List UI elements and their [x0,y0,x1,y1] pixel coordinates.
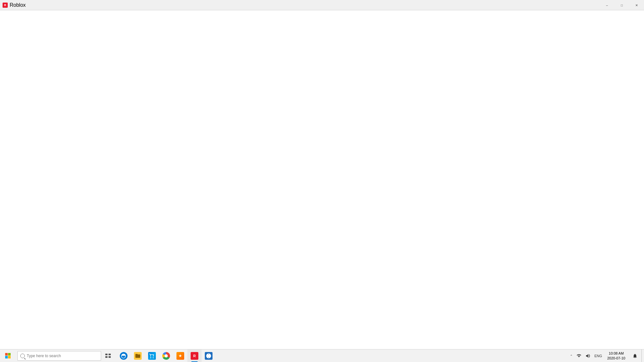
edge-app-button[interactable] [117,349,131,362]
system-tray [574,349,592,362]
store-button[interactable] [145,349,159,362]
clock[interactable]: 10:08 AM 2020-07-10 [604,349,629,362]
svg-rect-3 [8,356,11,358]
main-content [0,10,644,349]
show-hidden-icons-button[interactable]: ⌃ [568,349,574,362]
network-icon[interactable] [574,349,583,362]
chrome-icon [162,352,170,360]
restore-button[interactable]: □ [614,0,629,10]
windows-logo-icon [5,353,11,359]
title-bar: R Roblox – □ ✕ [0,0,644,10]
store-icon [148,352,156,360]
star-app-button[interactable]: ★ [173,349,187,362]
time-display: 10:08 AM [609,351,624,356]
taskbar-right: ⌃ ENG 10:08 AM 2020-07-10 [568,349,644,362]
svg-rect-0 [5,353,8,356]
file-manager-button[interactable] [131,349,145,362]
start-button[interactable] [0,349,16,362]
window-title: Roblox [10,2,26,8]
titlebar-controls: – □ ✕ [600,0,644,10]
action-center-button[interactable] [629,349,641,362]
svg-rect-1 [8,353,11,356]
blue-app-button[interactable] [202,349,216,362]
show-desktop-button[interactable] [641,349,644,362]
star-icon: ★ [176,352,184,360]
close-button[interactable]: ✕ [629,0,644,10]
file-manager-icon [134,352,142,360]
chrome-button[interactable] [159,349,173,362]
task-view-icon [105,354,111,358]
search-icon [20,354,25,358]
search-bar[interactable] [17,351,101,361]
roblox-button[interactable]: R [187,349,202,362]
pinned-apps: ★ R [117,349,216,362]
date-display: 2020-07-10 [607,356,625,361]
search-input[interactable] [27,354,98,358]
language-indicator[interactable]: ENG [592,349,604,362]
taskbar: ★ R ⌃ ENG [0,349,644,362]
volume-icon[interactable] [583,349,592,362]
minimize-button[interactable]: – [600,0,614,10]
svg-rect-2 [5,356,8,358]
title-bar-left: R Roblox [0,2,26,8]
edge-icon [120,352,128,360]
task-view-button[interactable] [101,349,115,362]
blue-app-icon [205,352,213,360]
roblox-icon: R [191,352,198,360]
app-icon: R [3,3,8,8]
action-center-icon [632,353,638,358]
